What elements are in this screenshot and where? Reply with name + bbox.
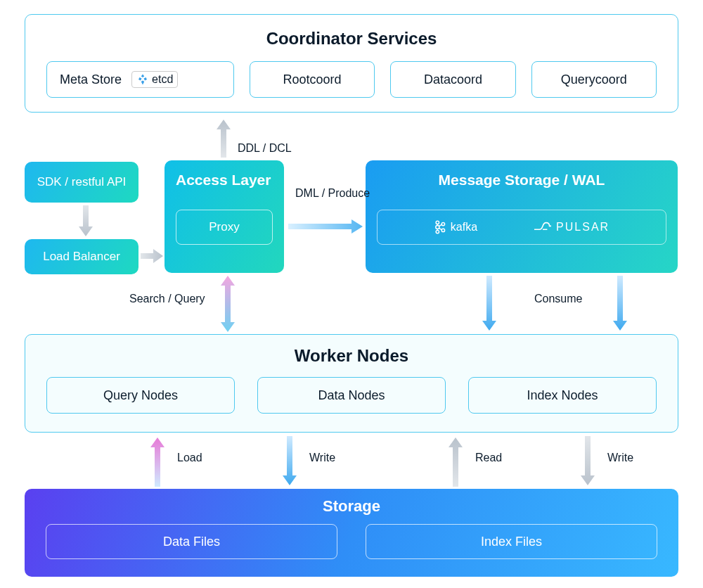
arrow-write-2 <box>579 436 596 487</box>
storage-title: Storage <box>46 497 657 516</box>
access-layer-title: Access Layer <box>176 172 273 188</box>
querycoord-box: Querycoord <box>531 61 657 98</box>
wal-inner-box: kafka PULSAR <box>377 210 666 245</box>
coordinator-services-panel: Coordinator Services Meta Store etcd Roo… <box>25 14 678 113</box>
data-nodes-box: Data Nodes <box>257 377 446 414</box>
index-nodes-box: Index Nodes <box>468 377 657 414</box>
kafka-icon <box>434 219 446 235</box>
sdk-box: SDK / restful API <box>25 162 138 203</box>
arrow-search-query <box>219 276 236 332</box>
storage-panel: Storage Data Files Index Files <box>25 489 678 577</box>
meta-store-label: Meta Store <box>60 72 122 87</box>
message-storage-panel: Message Storage / WAL kafka PULSAR <box>366 160 678 273</box>
svg-line-7 <box>439 224 441 226</box>
svg-point-1 <box>436 225 439 229</box>
load-balancer-box: Load Balancer <box>25 239 138 274</box>
wal-title: Message Storage / WAL <box>377 172 666 188</box>
coordinator-row: Meta Store etcd Rootcoord Datacoord Quer… <box>46 61 657 98</box>
sdk-label: SDK / restful API <box>37 175 127 189</box>
arrow-read <box>447 436 464 487</box>
proxy-label: Proxy <box>209 220 239 234</box>
etcd-badge: etcd <box>131 71 178 88</box>
datacoord-box: Datacoord <box>390 61 515 98</box>
label-dml: DML / Produce <box>295 186 370 200</box>
arrow-lb-to-access <box>141 248 163 264</box>
index-files-box: Index Files <box>366 524 657 559</box>
worker-title: Worker Nodes <box>46 346 657 366</box>
proxy-box: Proxy <box>176 210 273 245</box>
label-ddl: DDL / DCL <box>238 142 292 155</box>
label-write-1: Write <box>309 452 335 464</box>
access-layer-panel: Access Layer Proxy <box>165 160 284 273</box>
pulsar-icon <box>534 222 552 233</box>
storage-row: Data Files Index Files <box>46 524 657 559</box>
label-load: Load <box>177 452 202 464</box>
arrow-sdk-to-lb <box>77 205 94 238</box>
etcd-icon <box>136 73 149 86</box>
svg-line-8 <box>439 228 441 229</box>
arrow-dml <box>288 218 363 235</box>
arrow-ddl <box>215 118 232 158</box>
label-search: Search / Query <box>129 293 205 305</box>
arrow-write-1 <box>281 436 298 487</box>
pulsar-label: PULSAR <box>534 221 610 234</box>
kafka-label: kafka <box>434 219 477 235</box>
label-read: Read <box>475 452 502 464</box>
data-files-box: Data Files <box>46 524 337 559</box>
svg-point-2 <box>436 230 439 233</box>
worker-nodes-panel: Worker Nodes Query Nodes Data Nodes Inde… <box>25 334 678 433</box>
svg-point-0 <box>436 221 439 224</box>
svg-point-3 <box>441 222 444 225</box>
worker-row: Query Nodes Data Nodes Index Nodes <box>46 377 657 414</box>
rootcoord-box: Rootcoord <box>250 61 375 98</box>
coordinator-title: Coordinator Services <box>46 29 657 49</box>
arrow-load <box>149 436 166 487</box>
label-write-2: Write <box>607 452 633 464</box>
lb-label: Load Balancer <box>43 250 120 264</box>
arrow-consume-1 <box>481 276 498 332</box>
query-nodes-box: Query Nodes <box>46 377 235 414</box>
label-consume: Consume <box>534 293 582 305</box>
svg-point-4 <box>441 229 444 231</box>
etcd-label: etcd <box>152 73 173 86</box>
arrow-consume-2 <box>612 276 628 332</box>
meta-store-box: Meta Store etcd <box>46 61 234 98</box>
